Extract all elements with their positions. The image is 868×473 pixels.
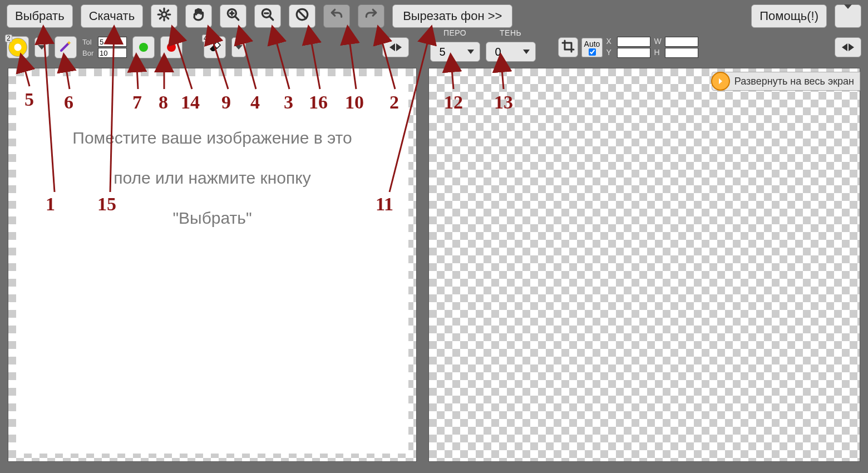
- zoom-in-button[interactable]: [220, 4, 246, 28]
- chevron-down-icon: [235, 45, 243, 50]
- zoom-out-icon: [260, 7, 275, 25]
- y-label: Y: [606, 48, 616, 58]
- magic-wand-tool[interactable]: [55, 36, 77, 58]
- workspace: Поместите ваше изображение в это поле ил…: [0, 62, 868, 473]
- magic-wand-icon: [59, 40, 72, 55]
- redo-button[interactable]: [358, 4, 384, 28]
- crop-icon: [561, 40, 575, 55]
- result-canvas[interactable]: Развернуть на весь экран: [428, 68, 860, 462]
- download-button[interactable]: Скачать: [81, 4, 144, 28]
- h-input[interactable]: [665, 48, 698, 58]
- undo-button[interactable]: [323, 4, 350, 28]
- expand-icon: [711, 72, 730, 91]
- x-input[interactable]: [617, 37, 650, 47]
- clear-button[interactable]: [289, 4, 315, 28]
- shadow-select[interactable]: 0: [486, 42, 536, 62]
- w-label: W: [654, 37, 664, 47]
- arrow-left-icon: [389, 43, 395, 51]
- fullscreen-button[interactable]: Развернуть на весь экран: [712, 72, 860, 91]
- feather-select[interactable]: 5: [430, 42, 480, 62]
- h-label: H: [654, 48, 664, 58]
- crop-xywh: X Y: [606, 37, 650, 58]
- redo-icon: [364, 7, 378, 25]
- tool-hotkey-badge: 2: [5, 35, 12, 42]
- menu-dropdown-button[interactable]: [835, 4, 861, 28]
- remove-marker-tool[interactable]: [160, 36, 183, 58]
- crop-wh: W H: [654, 37, 698, 58]
- zoom-out-button[interactable]: [254, 4, 281, 28]
- cut-background-button[interactable]: Вырезать фон >>: [392, 4, 512, 28]
- green-dot-icon: [139, 43, 148, 52]
- bor-input[interactable]: [98, 48, 127, 58]
- chevron-down-icon: [523, 50, 530, 54]
- gear-icon: [157, 7, 171, 25]
- bor-label: Bor: [82, 49, 97, 57]
- placeholder-line-1: Поместите ваше изображение в это: [25, 123, 400, 153]
- eraser-hotkey-badge: 4: [202, 35, 209, 42]
- chevron-down-icon: [844, 9, 852, 23]
- select-button[interactable]: Выбрать: [7, 4, 73, 28]
- mask-color-dropdown[interactable]: [34, 37, 49, 57]
- help-button[interactable]: Помощь(!): [751, 4, 827, 28]
- swap-panels-right-button[interactable]: [835, 37, 861, 57]
- hand-icon: [191, 7, 206, 25]
- main-toolbar: Выбрать Скачать Вырезать фон >>: [0, 0, 868, 32]
- w-input[interactable]: [665, 37, 698, 47]
- keep-marker-tool[interactable]: [132, 36, 155, 58]
- color-mask-tool[interactable]: 2: [7, 36, 29, 58]
- hand-tool-button[interactable]: [185, 4, 212, 28]
- drop-placeholder: Поместите ваше изображение в это поле ил…: [25, 113, 400, 243]
- arrow-right-icon: [396, 43, 402, 51]
- chevron-down-icon: [467, 50, 474, 54]
- eraser-icon: [208, 40, 221, 55]
- auto-crop-toggle[interactable]: Auto: [581, 38, 603, 57]
- secondary-toolbar: 2 Tol Bor 4 ПЕРО: [0, 32, 868, 62]
- shadow-control: ТЕНЬ 0: [486, 33, 536, 62]
- tolerance-border-inputs: Tol Bor: [82, 37, 127, 58]
- placeholder-line-3: "Выбрать": [25, 203, 400, 233]
- crop-button[interactable]: [558, 37, 578, 57]
- x-label: X: [606, 37, 616, 47]
- red-dot-icon: [167, 43, 176, 52]
- chevron-down-icon: [38, 45, 46, 50]
- eraser-dropdown[interactable]: [231, 37, 246, 57]
- shadow-value: 0: [495, 46, 501, 58]
- tol-label: Tol: [82, 38, 97, 46]
- arrow-left-icon: [842, 43, 847, 51]
- tol-input[interactable]: [98, 37, 127, 47]
- feather-control: ПЕРО 5: [430, 33, 480, 62]
- y-input[interactable]: [617, 48, 650, 58]
- undo-icon: [329, 7, 344, 25]
- source-canvas[interactable]: Поместите ваше изображение в это поле ил…: [8, 68, 417, 462]
- swap-panels-left-button[interactable]: [382, 37, 409, 57]
- crop-block: Auto X Y W H: [558, 37, 699, 58]
- arrow-right-icon: [849, 43, 854, 51]
- feather-label: ПЕРО: [443, 28, 466, 37]
- zoom-in-icon: [226, 7, 240, 25]
- fullscreen-label: Развернуть на весь экран: [734, 76, 854, 87]
- feather-value: 5: [440, 46, 446, 58]
- settings-button[interactable]: [151, 4, 177, 28]
- auto-checkbox[interactable]: [589, 48, 596, 56]
- prohibit-icon: [295, 7, 309, 25]
- auto-label: Auto: [584, 40, 600, 48]
- eraser-tool[interactable]: 4: [204, 36, 226, 58]
- placeholder-line-2: поле или нажмите кнопку: [25, 163, 400, 193]
- shadow-label: ТЕНЬ: [500, 28, 521, 37]
